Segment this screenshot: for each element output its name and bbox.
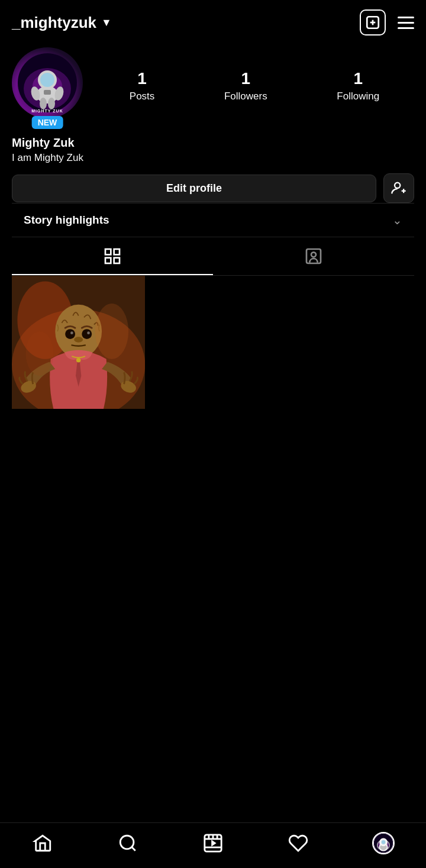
svg-point-12 bbox=[40, 98, 47, 109]
following-label: Following bbox=[337, 91, 379, 102]
svg-point-39 bbox=[95, 304, 128, 359]
tabs-container bbox=[12, 237, 414, 276]
svg-point-41 bbox=[76, 358, 81, 363]
search-icon bbox=[118, 833, 138, 853]
heart-icon bbox=[288, 833, 308, 853]
avatar-image: MIGHTY ZUK bbox=[18, 53, 77, 112]
nav-reels[interactable] bbox=[195, 830, 231, 856]
profile-info: Mighty Zuk I am Mighty Zuk bbox=[12, 136, 414, 164]
home-icon bbox=[33, 833, 53, 853]
following-count: 1 bbox=[353, 69, 363, 88]
svg-point-24 bbox=[311, 252, 316, 257]
avatar-inner: MIGHTY ZUK bbox=[12, 47, 83, 118]
svg-point-34 bbox=[65, 329, 75, 339]
nav-avatar-image bbox=[373, 833, 393, 853]
header: _mightyzuk ▼ bbox=[0, 0, 426, 41]
profile-section: MIGHTY ZUK NEW 1 Posts 1 Followers 1 Fol… bbox=[0, 41, 426, 462]
svg-line-43 bbox=[132, 847, 135, 851]
svg-point-35 bbox=[82, 329, 92, 339]
following-stat[interactable]: 1 Following bbox=[337, 69, 379, 102]
add-post-button[interactable] bbox=[360, 9, 386, 36]
nav-home[interactable] bbox=[25, 830, 60, 856]
svg-marker-45 bbox=[211, 840, 217, 846]
add-friend-button[interactable] bbox=[383, 173, 414, 203]
nav-profile[interactable] bbox=[366, 830, 401, 856]
svg-text:MIGHTY ZUK: MIGHTY ZUK bbox=[31, 109, 63, 112]
avatar: MIGHTY ZUK bbox=[12, 47, 83, 118]
chevron-down-icon[interactable]: ▼ bbox=[101, 17, 112, 29]
tab-tagged[interactable] bbox=[213, 237, 414, 275]
svg-rect-14 bbox=[44, 90, 51, 95]
followers-count: 1 bbox=[241, 69, 251, 88]
post-image-groot bbox=[12, 276, 145, 409]
person-tag-icon bbox=[304, 247, 323, 266]
svg-point-38 bbox=[74, 337, 83, 342]
posts-label: Posts bbox=[130, 91, 155, 102]
svg-point-37 bbox=[87, 331, 90, 334]
followers-stat[interactable]: 1 Followers bbox=[224, 69, 267, 102]
svg-point-33 bbox=[55, 305, 102, 358]
post-item[interactable] bbox=[12, 276, 145, 409]
add-person-icon bbox=[390, 180, 407, 196]
header-left: _mightyzuk ▼ bbox=[12, 14, 112, 32]
avatar-container[interactable]: MIGHTY ZUK NEW bbox=[12, 47, 83, 118]
nav-search[interactable] bbox=[110, 830, 146, 856]
action-buttons: Edit profile bbox=[12, 173, 414, 203]
posts-grid bbox=[12, 276, 414, 409]
hamburger-line-1 bbox=[398, 17, 414, 18]
profile-top: MIGHTY ZUK NEW 1 Posts 1 Followers 1 Fol… bbox=[12, 47, 414, 118]
story-highlights-section[interactable]: Story highlights ⌄ bbox=[12, 203, 414, 237]
svg-point-40 bbox=[25, 331, 53, 376]
svg-point-36 bbox=[70, 331, 73, 334]
svg-rect-19 bbox=[105, 249, 111, 254]
grid-icon bbox=[103, 247, 122, 266]
svg-rect-20 bbox=[114, 249, 120, 254]
bottom-nav bbox=[0, 822, 426, 868]
svg-point-13 bbox=[48, 98, 55, 109]
edit-profile-button[interactable]: Edit profile bbox=[12, 175, 376, 202]
svg-rect-22 bbox=[114, 258, 120, 263]
menu-button[interactable] bbox=[398, 17, 414, 29]
stats-container: 1 Posts 1 Followers 1 Following bbox=[95, 63, 414, 102]
nav-profile-avatar bbox=[372, 832, 395, 854]
svg-point-42 bbox=[120, 835, 134, 849]
reels-icon bbox=[203, 833, 223, 853]
username-text[interactable]: _mightyzuk bbox=[12, 14, 96, 32]
svg-point-56 bbox=[381, 840, 386, 845]
story-highlights-label: Story highlights bbox=[24, 214, 109, 227]
svg-point-8 bbox=[40, 73, 54, 87]
svg-rect-21 bbox=[105, 258, 111, 263]
svg-point-16 bbox=[395, 183, 400, 188]
display-name: Mighty Zuk bbox=[12, 136, 414, 150]
plus-square-icon bbox=[365, 15, 380, 30]
hamburger-line-3 bbox=[398, 27, 414, 29]
posts-count: 1 bbox=[137, 69, 147, 88]
nav-activity[interactable] bbox=[280, 830, 316, 856]
new-badge: NEW bbox=[32, 116, 63, 129]
posts-stat[interactable]: 1 Posts bbox=[130, 69, 155, 102]
tab-grid[interactable] bbox=[12, 237, 213, 275]
hamburger-line-2 bbox=[398, 22, 414, 24]
followers-label: Followers bbox=[224, 91, 267, 102]
bio-text: I am Mighty Zuk bbox=[12, 152, 414, 164]
header-right bbox=[360, 9, 414, 36]
story-highlights-chevron-icon: ⌄ bbox=[392, 213, 402, 227]
